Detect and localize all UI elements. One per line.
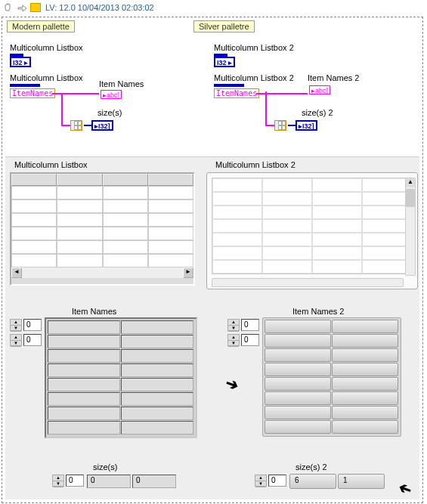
sizes2-label: size(s) 2	[302, 108, 333, 117]
pink-wire	[52, 93, 99, 94]
index-box[interactable]: 0	[23, 334, 42, 346]
abc-terminal: ▸abc]	[309, 85, 330, 94]
item-names-2-array[interactable]	[262, 317, 401, 437]
toolbar: LV: 12.0 10/04/2013 02:03:02	[0, 0, 427, 15]
i32-array-terminal: ▸I32]	[91, 120, 113, 131]
mcl2-prop-label: Multicolumn Listbox 2	[214, 73, 294, 82]
mcl1-title: Multicolumn Listbox	[14, 160, 88, 169]
blue-bar-icon	[10, 84, 40, 87]
index-spinner[interactable]: ▲▼	[52, 475, 64, 487]
pink-wire	[61, 125, 70, 126]
highlight-icon[interactable]	[30, 3, 41, 12]
index-box[interactable]: 0	[66, 475, 84, 487]
item-names-2-title: Item Names 2	[292, 307, 344, 316]
scrollbar-h[interactable]	[212, 278, 404, 287]
table-body[interactable]	[11, 186, 193, 267]
mcl-classic[interactable]: ◄►	[10, 172, 195, 286]
arrow-icon: ➔	[395, 479, 413, 500]
index-box[interactable]: 0	[268, 475, 286, 487]
scrollbar-h[interactable]: ◄►	[11, 267, 193, 278]
pink-wire	[265, 91, 267, 126]
sizes2-cell[interactable]: 6	[289, 474, 336, 489]
i32-terminal: I32 ▸	[10, 57, 31, 67]
modern-palette-label: Modern pallette	[7, 20, 75, 32]
index-spinner[interactable]: ▲▼	[10, 319, 22, 331]
front-panel-area: Multicolumn Listbox ◄► Multicolumn Listb…	[5, 156, 419, 499]
abc-terminal: ▸abc]	[101, 90, 122, 99]
scrollbar-v[interactable]: ▲	[405, 178, 416, 276]
itemnames-property: ItemNames	[10, 88, 55, 98]
silver-palette-label: Silver palletre	[193, 20, 255, 32]
run-arrow-icon[interactable]	[17, 2, 27, 13]
index-spinner[interactable]: ▲▼	[255, 475, 267, 487]
item-names-2-label: Item Names 2	[308, 73, 359, 82]
diagram-panel: Modern pallette Silver palletre Multicol…	[2, 17, 423, 503]
item-names-label: Item Names	[99, 79, 144, 88]
mcl2-terminal-label: Multicolumn Listbox 2	[214, 43, 294, 52]
pink-wire	[61, 93, 63, 125]
index-box[interactable]: 0	[23, 319, 42, 331]
index-box[interactable]: 0	[241, 319, 259, 331]
version-text: LV: 12.0 10/04/2013 02:03:02	[45, 3, 154, 12]
mcl1-prop-label: Multicolumn Listbox	[10, 73, 83, 82]
arrow-icon: ➔	[223, 373, 241, 394]
table-body[interactable]	[212, 178, 413, 274]
index-spinner[interactable]: ▲▼	[10, 334, 22, 346]
array-size-icon	[274, 120, 286, 131]
index-box[interactable]: 0	[241, 334, 259, 346]
i32-array-terminal: ▸I32]	[295, 120, 317, 131]
item-names-array[interactable]	[45, 317, 197, 438]
item-names-title: Item Names	[72, 307, 116, 316]
mcl-silver[interactable]: ▲	[206, 172, 418, 289]
table-header	[11, 174, 193, 186]
pink-wire	[256, 93, 308, 94]
pink-wire	[265, 125, 274, 126]
sizes2-title: size(s) 2	[295, 462, 327, 472]
hand-icon[interactable]	[3, 2, 14, 13]
array-size-icon	[70, 120, 82, 131]
sizes-label: size(s)	[97, 108, 122, 117]
blue-wire	[288, 125, 295, 126]
mcl1-terminal-label: Multicolumn Listbox	[10, 43, 83, 52]
blue-bar-icon	[214, 84, 244, 87]
sizes-title: size(s)	[93, 462, 117, 472]
mcl2-title: Multicolumn Listbox 2	[215, 160, 295, 169]
itemnames-property-2: ItemNames	[214, 88, 259, 98]
i32-terminal: I32 ▸	[214, 57, 235, 67]
index-spinner[interactable]: ▲▼	[227, 319, 240, 331]
sizes-cell[interactable]: 0	[132, 475, 176, 488]
sizes-cell[interactable]: 0	[87, 475, 131, 488]
index-spinner[interactable]: ▲▼	[227, 334, 240, 346]
blue-wire	[84, 125, 91, 126]
sizes2-cell[interactable]: 1	[338, 474, 385, 489]
